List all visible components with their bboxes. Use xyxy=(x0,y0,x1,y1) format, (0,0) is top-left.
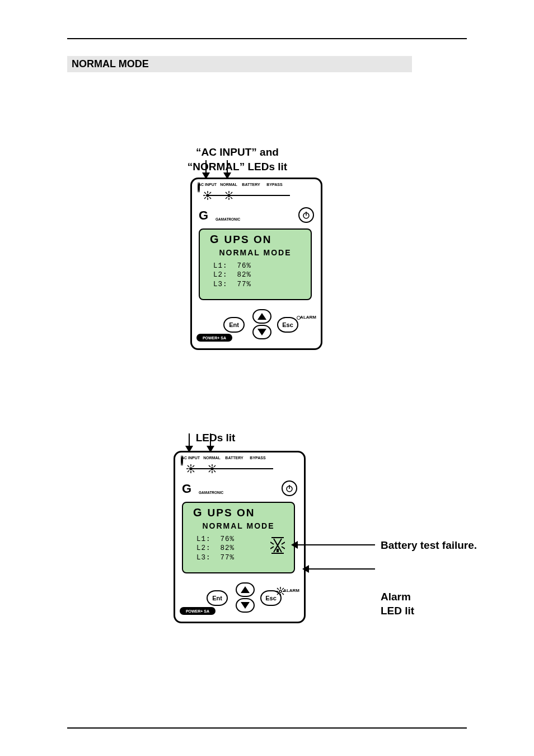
ent-button[interactable]: Ent xyxy=(207,590,228,606)
svg-line-27 xyxy=(193,465,194,467)
model-pill: POWER+ SA xyxy=(196,334,232,342)
svg-line-6 xyxy=(209,197,211,199)
alarm-label: ALARM xyxy=(300,315,316,320)
svg-line-5 xyxy=(204,192,206,194)
bottom-rule xyxy=(67,727,467,729)
lcd-logo: G xyxy=(193,506,203,519)
led-row: AC INPUT NORMAL BATTERY BYPASS xyxy=(198,183,315,202)
model-pill: POWER+ SA xyxy=(180,607,216,615)
arrow-buttons xyxy=(252,309,271,339)
triangle-up-icon xyxy=(257,313,266,320)
led-label-acinput: AC INPUT xyxy=(181,456,200,460)
led-acinput-on-icon xyxy=(203,191,212,200)
svg-line-15 xyxy=(231,197,232,199)
svg-line-35 xyxy=(214,470,216,472)
led-label-bypass: BYPASS xyxy=(265,183,284,186)
led-row: AC INPUT NORMAL BATTERY BYPASS xyxy=(181,456,298,475)
svg-line-53 xyxy=(282,593,284,595)
ent-label: Ent xyxy=(212,595,222,601)
brand-sub: GAMATRONIC xyxy=(216,217,240,221)
triangle-down-icon xyxy=(241,602,250,609)
svg-line-28 xyxy=(188,470,189,472)
power-icon xyxy=(302,211,311,220)
svg-line-8 xyxy=(204,197,206,199)
led-label-bypass: BYPASS xyxy=(248,456,268,460)
svg-point-0 xyxy=(207,194,209,197)
svg-rect-46 xyxy=(277,549,279,552)
svg-line-14 xyxy=(226,192,227,194)
led-normal-on-icon xyxy=(224,191,233,200)
lcd-screen: G UPS ON NORMAL MODE L1: 76% L2: 82% L3:… xyxy=(182,502,295,573)
esc-button[interactable]: Esc xyxy=(277,317,298,333)
svg-point-9 xyxy=(228,194,230,197)
ent-button[interactable]: Ent xyxy=(223,317,245,333)
svg-point-29 xyxy=(211,468,213,470)
svg-line-43 xyxy=(270,547,274,549)
triangle-up-icon xyxy=(241,586,250,593)
hourglass-icon xyxy=(270,536,285,554)
lcd-screen: G UPS ON NORMAL MODE L1: 76% L2: 82% L3:… xyxy=(199,228,312,300)
top-rule xyxy=(67,38,467,39)
lcd-logo: G xyxy=(210,233,220,246)
svg-line-45 xyxy=(282,547,285,549)
triangle-down-icon xyxy=(257,329,266,335)
lcd-title-text: UPS ON xyxy=(224,234,272,246)
led-normal-on-icon xyxy=(208,464,217,473)
svg-line-37 xyxy=(209,470,210,472)
svg-line-17 xyxy=(226,197,227,199)
callout-battery-failure: Battery test failure. xyxy=(381,539,477,553)
power-button[interactable] xyxy=(282,480,297,496)
brand-logo: G xyxy=(182,482,190,496)
up-button[interactable] xyxy=(236,582,255,597)
device-panel-2: AC INPUT NORMAL BATTERY BYPASS G GAMATR xyxy=(174,451,306,623)
svg-line-44 xyxy=(282,542,285,544)
svg-line-42 xyxy=(270,542,274,544)
led-label-normal: NORMAL xyxy=(202,456,222,460)
callout-alarm-led: Alarm LED lit xyxy=(381,563,414,618)
svg-line-25 xyxy=(188,465,189,467)
model-pill-text: POWER+ SA xyxy=(203,336,226,340)
svg-line-55 xyxy=(277,593,279,595)
svg-line-26 xyxy=(193,470,194,472)
alarm-label: ALARM xyxy=(283,588,299,593)
section-header: NORMAL MODE xyxy=(67,56,412,72)
svg-line-52 xyxy=(277,588,279,590)
svg-line-7 xyxy=(209,192,211,194)
callout-text-2: Alarm LED lit xyxy=(381,591,414,617)
led-label-acinput: AC INPUT xyxy=(198,183,217,186)
down-button[interactable] xyxy=(236,598,255,613)
lcd-mode-text: NORMAL MODE xyxy=(205,248,305,257)
led-acinput-on-icon xyxy=(186,464,195,473)
power-button[interactable] xyxy=(298,207,314,223)
arrow-buttons xyxy=(236,582,255,613)
svg-line-36 xyxy=(214,465,216,467)
led-label-battery: BATTERY xyxy=(241,183,261,186)
svg-point-47 xyxy=(279,590,282,592)
brand-logo: G xyxy=(199,208,207,223)
brand-sub: GAMATRONIC xyxy=(199,491,223,494)
led-label-normal: NORMAL xyxy=(219,183,238,186)
led-label-battery: BATTERY xyxy=(224,456,244,460)
svg-point-20 xyxy=(190,468,192,470)
esc-label: Esc xyxy=(265,595,277,601)
device-panel-1: AC INPUT NORMAL BATTERY BYPASS G GAMATR xyxy=(190,178,322,350)
up-button[interactable] xyxy=(252,309,271,324)
svg-line-16 xyxy=(231,192,232,194)
callout-text-1: Battery test failure. xyxy=(381,539,477,551)
down-button[interactable] xyxy=(252,325,271,339)
lcd-values: L1: 76% L2: 82% L3: 77% xyxy=(205,262,305,289)
power-icon xyxy=(285,484,294,493)
svg-line-34 xyxy=(209,465,210,467)
ent-label: Ent xyxy=(229,321,239,328)
esc-label: Esc xyxy=(282,321,293,328)
lcd-mode-text: NORMAL MODE xyxy=(189,521,288,530)
model-pill-text: POWER+ SA xyxy=(186,609,209,613)
lcd-title-text: UPS ON xyxy=(208,507,255,519)
